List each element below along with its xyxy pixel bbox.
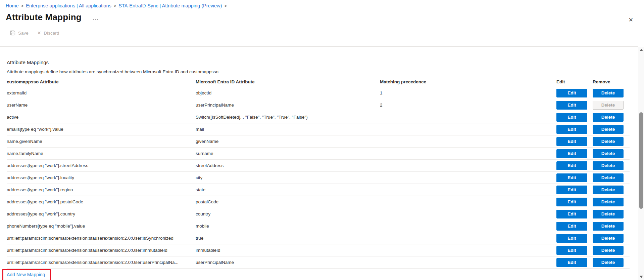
edit-button[interactable]: Edit (556, 113, 587, 122)
edit-button[interactable]: Edit (556, 89, 587, 97)
add-new-mapping-link[interactable]: Add New Mapping (7, 272, 45, 277)
cell-customappsso-attribute: urn:ietf:params:scim:schemas:extension:s… (7, 236, 196, 241)
cell-customappsso-attribute: emails[type eq "work"].value (7, 127, 196, 132)
delete-button[interactable]: Delete (593, 198, 624, 206)
cell-customappsso-attribute: addresses[type eq "work"].country (7, 211, 196, 216)
table-row: addresses[type eq "work"].country countr… (7, 208, 630, 220)
edit-button[interactable]: Edit (556, 125, 587, 134)
delete-button[interactable]: Delete (593, 113, 624, 122)
column-header-customappsso-attribute: customappsso Attribute (7, 79, 196, 84)
cell-customappsso-attribute: active (7, 115, 196, 120)
delete-button[interactable]: Delete (593, 246, 624, 255)
cell-matching-precedence: 1 (380, 90, 556, 95)
edit-button[interactable]: Edit (556, 198, 587, 206)
table-row: userName userPrincipalName 2 Edit Delete (7, 99, 630, 111)
table-row: addresses[type eq "work"].region state E… (7, 184, 630, 196)
delete-button[interactable]: Delete (593, 137, 624, 146)
edit-button[interactable]: Edit (556, 161, 587, 170)
save-button[interactable]: Save (10, 30, 29, 36)
delete-button[interactable]: Delete (593, 234, 624, 243)
cell-customappsso-attribute: phoneNumbers[type eq "mobile"].value (7, 224, 196, 229)
edit-button[interactable]: Edit (556, 137, 587, 146)
cell-customappsso-attribute: externalId (7, 90, 196, 95)
discard-button[interactable]: ✕ Discard (37, 31, 59, 36)
edit-button[interactable]: Edit (556, 149, 587, 158)
section-description: Attribute mappings define how attributes… (7, 69, 638, 75)
cell-customappsso-attribute: name.familyName (7, 151, 196, 156)
cell-entra-id-attribute: country (196, 211, 380, 216)
cell-entra-id-attribute: surname (196, 151, 380, 156)
edit-button[interactable]: Edit (556, 210, 587, 218)
delete-button[interactable]: Delete (593, 186, 624, 194)
delete-button[interactable]: Delete (593, 222, 624, 231)
cell-entra-id-attribute: streetAddress (196, 163, 380, 168)
attribute-mappings-table: customappsso Attribute Microsoft Entra I… (7, 77, 630, 269)
delete-button[interactable]: Delete (593, 258, 624, 267)
table-header-row: customappsso Attribute Microsoft Entra I… (7, 77, 630, 87)
discard-icon: ✕ (37, 31, 41, 35)
table-row: active Switch([IsSoftDeleted], , "False"… (7, 111, 630, 123)
breadcrumb-separator: > (114, 3, 116, 8)
cell-entra-id-attribute: state (196, 187, 380, 192)
edit-button[interactable]: Edit (556, 222, 587, 231)
delete-button[interactable]: Delete (593, 210, 624, 218)
edit-button[interactable]: Edit (556, 258, 587, 267)
cell-entra-id-attribute: immutableId (196, 248, 380, 253)
vertical-scrollbar[interactable] (638, 47, 644, 280)
breadcrumb-link-enterprise-applications[interactable]: Enterprise applications | All applicatio… (26, 3, 111, 8)
table-body: externalId objectId 1 Edit Delete userNa… (7, 87, 630, 269)
delete-button[interactable]: Delete (593, 125, 624, 134)
edit-button[interactable]: Edit (556, 186, 587, 194)
cell-entra-id-attribute: userPrincipalName (196, 260, 380, 265)
column-header-matching-precedence: Matching precedence (380, 79, 556, 84)
cell-customappsso-attribute: urn:ietf:params:scim:schemas:extension:s… (7, 248, 196, 253)
column-header-edit: Edit (556, 79, 591, 84)
breadcrumb-separator: > (21, 3, 24, 8)
delete-button[interactable]: Delete (593, 161, 624, 170)
cell-entra-id-attribute: postalCode (196, 199, 380, 204)
cell-customappsso-attribute: name.givenName (7, 139, 196, 144)
scrollbar-thumb[interactable] (639, 112, 643, 209)
delete-button[interactable]: Delete (593, 89, 624, 97)
table-row: addresses[type eq "work"].locality city … (7, 172, 630, 184)
cell-entra-id-attribute: mail (196, 127, 380, 132)
cell-customappsso-attribute: addresses[type eq "work"].region (7, 187, 196, 192)
edit-button[interactable]: Edit (556, 173, 587, 182)
annotation-highlight-box: Add New Mapping (2, 269, 51, 280)
edit-button[interactable]: Edit (556, 234, 587, 243)
close-icon: ✕ (629, 17, 633, 23)
table-row: urn:ietf:params:scim:schemas:extension:s… (7, 232, 630, 244)
table-row: externalId objectId 1 Edit Delete (7, 87, 630, 99)
breadcrumb-link-home[interactable]: Home (6, 3, 19, 8)
table-row: addresses[type eq "work"].streetAddress … (7, 160, 630, 172)
scrollbar-up-arrow-icon[interactable] (638, 47, 644, 53)
edit-button[interactable]: Edit (556, 101, 587, 110)
close-button[interactable]: ✕ (628, 16, 634, 24)
delete-button[interactable]: Delete (593, 173, 624, 182)
table-row: phoneNumbers[type eq "mobile"].value mob… (7, 220, 630, 232)
table-row: urn:ietf:params:scim:schemas:extension:s… (7, 244, 630, 256)
delete-button[interactable]: Delete (593, 149, 624, 158)
discard-label: Discard (44, 31, 59, 36)
cell-entra-id-attribute: givenName (196, 139, 380, 144)
cell-entra-id-attribute: objectId (196, 90, 380, 95)
table-row: addresses[type eq "work"].postalCode pos… (7, 196, 630, 208)
breadcrumb-link-attribute-mapping[interactable]: STA-EntraID-Sync | Attribute mapping (Pr… (118, 3, 222, 8)
cell-customappsso-attribute: addresses[type eq "work"].locality (7, 175, 196, 180)
page-title: Attribute Mapping (6, 12, 82, 23)
breadcrumb-separator: > (224, 3, 227, 8)
cell-customappsso-attribute: addresses[type eq "work"].streetAddress (7, 163, 196, 168)
table-row: name.familyName surname Edit Delete (7, 148, 630, 160)
attribute-mapping-content: Attribute Mappings Attribute mappings de… (0, 46, 638, 280)
section-heading: Attribute Mappings (7, 59, 638, 66)
cell-entra-id-attribute: userPrincipalName (196, 103, 380, 108)
scrollbar-down-arrow-icon[interactable] (638, 274, 644, 279)
table-row: name.givenName givenName Edit Delete (7, 135, 630, 148)
cell-matching-precedence: 2 (380, 103, 556, 108)
edit-button[interactable]: Edit (556, 246, 587, 255)
cell-entra-id-attribute: true (196, 236, 380, 241)
save-icon (10, 30, 15, 36)
save-label: Save (18, 31, 29, 36)
delete-button[interactable]: Delete (593, 101, 624, 110)
more-menu-button[interactable]: ... (93, 17, 99, 20)
